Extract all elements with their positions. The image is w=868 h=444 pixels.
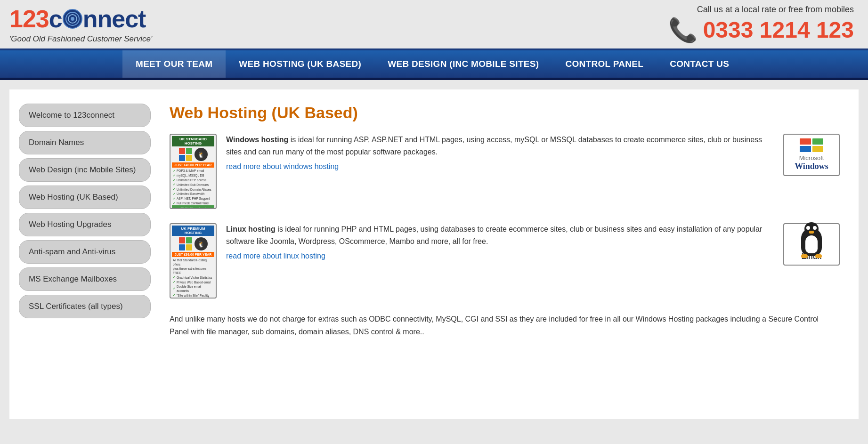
linux-hosting-image[interactable]: UK PREMIUM HOSTING 🐧 JUST £99.00 PER YEA… xyxy=(170,223,217,299)
windows-logo-grid xyxy=(800,138,823,152)
linux-read-more-link[interactable]: read more about linux hosting xyxy=(226,252,325,260)
linux-hosting-heading: Linux hosting xyxy=(226,225,276,233)
linux-logo-small-2: 🐧 xyxy=(195,237,208,250)
windows-logo-small-2 xyxy=(179,237,192,250)
nav-item-contact-us[interactable]: CONTACT US xyxy=(657,50,742,78)
nav-item-control-panel[interactable]: CONTROL PANEL xyxy=(552,50,657,78)
phone-call-text: Call us at a local rate or free from mob… xyxy=(697,5,854,15)
sidebar-item-antispam[interactable]: Anti-spam and Anti-virus xyxy=(19,240,151,264)
content-area: Web Hosting (UK Based) UK STANDARD HOSTI… xyxy=(160,99,849,410)
windows-hosting-description: Windows hosting is ideal for running ASP… xyxy=(226,134,774,158)
phone-area: Call us at a local rate or free from mob… xyxy=(668,5,854,44)
phone-icon: 📞 xyxy=(668,16,698,44)
nav-item-meet-our-team[interactable]: MEET OUR TEAM xyxy=(122,50,226,78)
linux-img-price: JUST £99.00 PER YEAR xyxy=(172,252,214,257)
sidebar-item-web-hosting[interactable]: Web Hosting (UK Based) xyxy=(19,186,151,209)
windows-os-logo: Microsoft Windows xyxy=(783,134,840,176)
penguin-eye-left xyxy=(806,226,810,230)
windows-hosting-text: Windows hosting is ideal for running ASP… xyxy=(226,134,774,171)
windows-img-features: ✓ POP3 & IMAP email ✓ mySQL, MSSQL DB ✓ … xyxy=(172,169,214,205)
linux-hosting-text: Linux hosting is ideal for running PHP a… xyxy=(226,223,774,260)
logo-o-symbol xyxy=(63,9,82,29)
windows-hosting-block: UK STANDARD HOSTING 🐧 JUST £49.00 PER YE… xyxy=(170,134,840,209)
header: 123 c nnect 'Good Old Fashioned Customer… xyxy=(0,0,868,50)
penguin-foot-left xyxy=(801,254,808,258)
penguin-eye-right xyxy=(813,226,817,230)
windows-img-header: UK STANDARD HOSTING xyxy=(172,136,214,146)
windows-hosting-image[interactable]: UK STANDARD HOSTING 🐧 JUST £49.00 PER YE… xyxy=(170,134,217,209)
sidebar-item-ms-exchange[interactable]: MS Exchange Mailboxes xyxy=(19,267,151,291)
linux-img-header: UK PREMIUM HOSTING xyxy=(172,226,214,236)
nav-item-web-design[interactable]: WEB DESIGN (INC MOBILE SITES) xyxy=(374,50,552,78)
windows-logo-small xyxy=(179,148,192,161)
linux-hosting-description: Linux hosting is ideal for running PHP a… xyxy=(226,223,774,247)
linux-penguin xyxy=(797,228,826,250)
windows-img-price: JUST £49.00 PER YEAR xyxy=(172,162,214,168)
bottom-paragraph: And unlike many hosts we do not charge f… xyxy=(170,313,840,338)
logo-123: 123 xyxy=(9,5,49,33)
logo-c: c xyxy=(49,5,62,33)
phone-number: 0333 1214 123 xyxy=(703,19,854,41)
penguin-belly xyxy=(805,235,818,253)
nav-item-web-hosting[interactable]: WEB HOSTING (UK BASED) xyxy=(226,50,374,78)
sidebar-item-ssl[interactable]: SSL Certificates (all types) xyxy=(19,295,151,318)
linux-logo-small: 🐧 xyxy=(195,148,208,161)
penguin-head xyxy=(804,222,819,235)
microsoft-label: Microsoft xyxy=(799,154,824,161)
main-nav: MEET OUR TEAM WEB HOSTING (UK BASED) WEB… xyxy=(0,50,868,80)
sidebar-item-web-design[interactable]: Web Design (inc Mobile Sites) xyxy=(19,158,151,182)
windows-buy-button[interactable]: BUY Standard HOSTING xyxy=(172,205,214,209)
main-content: Welcome to 123connect Domain Names Web D… xyxy=(9,89,859,419)
windows-img-icons: 🐧 xyxy=(179,148,208,161)
logo-connect-wrapper: c nnect xyxy=(49,5,146,33)
windows-hosting-heading: Windows hosting xyxy=(226,136,288,144)
logo: 123 c nnect xyxy=(9,5,152,33)
svg-point-3 xyxy=(71,17,74,21)
logo-area: 123 c nnect 'Good Old Fashioned Customer… xyxy=(9,5,152,44)
tagline: 'Good Old Fashioned Customer Service' xyxy=(9,34,152,44)
linux-hosting-block: UK PREMIUM HOSTING 🐧 JUST £99.00 PER YEA… xyxy=(170,223,840,299)
linux-img-features: All that Standard Hosting offers plus th… xyxy=(172,258,214,299)
penguin-foot-right xyxy=(815,254,822,258)
linux-os-logo: Linux xyxy=(783,223,840,266)
sidebar-item-hosting-upgrades[interactable]: Web Hosting Upgrades xyxy=(19,213,151,236)
penguin-beak xyxy=(809,231,814,234)
sidebar: Welcome to 123connect Domain Names Web D… xyxy=(19,99,151,410)
windows-read-more-link[interactable]: read more about windows hosting xyxy=(226,162,339,170)
windows-label: Windows xyxy=(795,161,828,171)
linux-img-icons: 🐧 xyxy=(179,237,208,250)
logo-nnect: nnect xyxy=(83,5,146,33)
page-title: Web Hosting (UK Based) xyxy=(170,104,840,122)
sidebar-item-welcome[interactable]: Welcome to 123connect xyxy=(19,104,151,127)
sidebar-item-domain-names[interactable]: Domain Names xyxy=(19,131,151,154)
